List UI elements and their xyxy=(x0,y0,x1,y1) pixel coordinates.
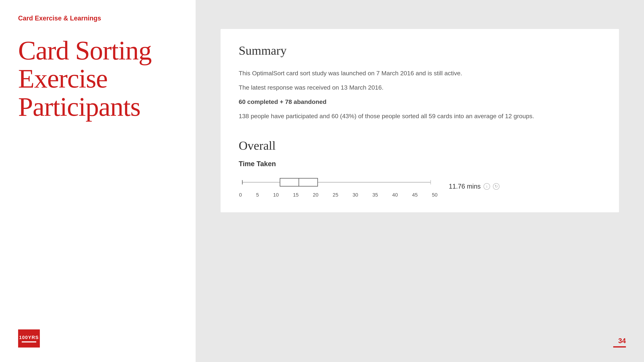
chart-container: 0 5 10 15 20 25 30 35 40 45 50 11.76 min xyxy=(239,175,601,198)
page-number-underline xyxy=(613,346,626,348)
summary-line3: 60 completed + 78 abandoned xyxy=(239,97,601,106)
axis-label-5: 5 xyxy=(256,192,259,198)
logo-box: 100YRS xyxy=(18,330,40,348)
title-line-2: Exercise xyxy=(18,65,178,93)
title-line-3: Participants xyxy=(18,93,178,121)
main-title: Card Sorting Exercise Participants xyxy=(18,36,178,121)
overall-title: Overall xyxy=(239,138,601,153)
logo-container: 100YRS xyxy=(18,330,40,348)
logo-text: 100YRS xyxy=(19,335,39,340)
title-line-1: Card Sorting xyxy=(18,36,178,65)
content-card: Summary This OptimalSort card sort study… xyxy=(220,29,619,212)
summary-title: Summary xyxy=(239,43,601,58)
summary-line2: The latest response was received on 13 M… xyxy=(239,83,601,92)
page-number: 34 xyxy=(613,337,626,345)
axis-label-10: 10 xyxy=(273,192,279,198)
boxplot-svg xyxy=(239,175,438,190)
right-panel: Summary This OptimalSort card sort study… xyxy=(196,0,644,362)
axis-label-35: 35 xyxy=(372,192,378,198)
boxplot-area: 0 5 10 15 20 25 30 35 40 45 50 xyxy=(239,175,438,198)
chart-value: 11.76 mins i ↻ xyxy=(449,183,500,190)
logo-line xyxy=(22,341,36,343)
axis-label-45: 45 xyxy=(412,192,418,198)
axis-label-20: 20 xyxy=(313,192,318,198)
summary-section: Summary This OptimalSort card sort study… xyxy=(239,43,601,121)
info-icon-2[interactable]: ↻ xyxy=(493,183,500,190)
info-icon-1[interactable]: i xyxy=(484,183,490,190)
axis-labels: 0 5 10 15 20 25 30 35 40 45 50 xyxy=(239,192,438,198)
subtitle: Card Exercise & Learnings xyxy=(18,14,178,22)
axis-label-30: 30 xyxy=(352,192,358,198)
summary-line4: 138 people have participated and 60 (43%… xyxy=(239,111,601,121)
axis-label-15: 15 xyxy=(293,192,299,198)
overall-section: Overall Time Taken xyxy=(239,138,601,198)
axis-label-40: 40 xyxy=(392,192,398,198)
time-taken-label: Time Taken xyxy=(239,160,601,168)
axis-label-25: 25 xyxy=(333,192,338,198)
page-number-container: 34 xyxy=(613,337,626,348)
chart-value-text: 11.76 mins xyxy=(449,183,481,190)
axis-label-50: 50 xyxy=(432,192,438,198)
axis-label-0: 0 xyxy=(239,192,242,198)
summary-line1: This OptimalSort card sort study was lau… xyxy=(239,69,601,78)
left-panel: Card Exercise & Learnings Card Sorting E… xyxy=(0,0,196,362)
